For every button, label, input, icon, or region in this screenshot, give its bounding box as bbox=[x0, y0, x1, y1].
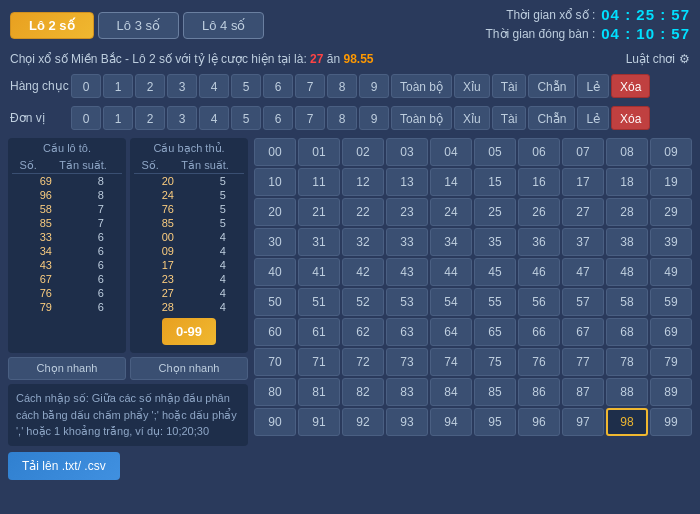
grid-cell[interactable]: 05 bbox=[474, 138, 516, 166]
grid-cell[interactable]: 45 bbox=[474, 258, 516, 286]
grid-cell[interactable]: 17 bbox=[562, 168, 604, 196]
grid-cell[interactable]: 89 bbox=[650, 378, 692, 406]
grid-cell[interactable]: 90 bbox=[254, 408, 296, 436]
hang-chuc-0[interactable]: 0 bbox=[71, 74, 101, 98]
don-vi-xiu[interactable]: Xỉu bbox=[454, 106, 490, 130]
hang-chuc-6[interactable]: 6 bbox=[263, 74, 293, 98]
grid-cell[interactable]: 40 bbox=[254, 258, 296, 286]
don-vi-le[interactable]: Lẻ bbox=[577, 106, 609, 130]
grid-cell[interactable]: 61 bbox=[298, 318, 340, 346]
grid-cell[interactable]: 66 bbox=[518, 318, 560, 346]
grid-cell[interactable]: 14 bbox=[430, 168, 472, 196]
grid-cell[interactable]: 97 bbox=[562, 408, 604, 436]
grid-cell[interactable]: 83 bbox=[386, 378, 428, 406]
grid-cell[interactable]: 54 bbox=[430, 288, 472, 316]
grid-cell[interactable]: 52 bbox=[342, 288, 384, 316]
don-vi-3[interactable]: 3 bbox=[167, 106, 197, 130]
don-vi-1[interactable]: 1 bbox=[103, 106, 133, 130]
grid-cell[interactable]: 70 bbox=[254, 348, 296, 376]
grid-cell[interactable]: 68 bbox=[606, 318, 648, 346]
grid-cell[interactable]: 44 bbox=[430, 258, 472, 286]
grid-cell[interactable]: 47 bbox=[562, 258, 604, 286]
grid-cell[interactable]: 74 bbox=[430, 348, 472, 376]
don-vi-xoa[interactable]: Xóa bbox=[611, 106, 650, 130]
grid-cell[interactable]: 31 bbox=[298, 228, 340, 256]
tab-lo3[interactable]: Lô 3 số bbox=[98, 12, 179, 39]
grid-cell[interactable]: 19 bbox=[650, 168, 692, 196]
grid-cell[interactable]: 22 bbox=[342, 198, 384, 226]
hang-chuc-le[interactable]: Lẻ bbox=[577, 74, 609, 98]
grid-cell[interactable]: 18 bbox=[606, 168, 648, 196]
grid-cell[interactable]: 67 bbox=[562, 318, 604, 346]
hang-chuc-9[interactable]: 9 bbox=[359, 74, 389, 98]
rules-btn[interactable]: Luật chơi ⚙ bbox=[626, 52, 690, 66]
don-vi-6[interactable]: 6 bbox=[263, 106, 293, 130]
hang-chuc-tai[interactable]: Tài bbox=[492, 74, 527, 98]
upload-btn[interactable]: Tải lên .txt/ .csv bbox=[8, 452, 120, 480]
grid-cell[interactable]: 03 bbox=[386, 138, 428, 166]
grid-cell[interactable]: 13 bbox=[386, 168, 428, 196]
grid-cell[interactable]: 41 bbox=[298, 258, 340, 286]
tab-lo2[interactable]: Lô 2 số bbox=[10, 12, 94, 39]
grid-cell[interactable]: 73 bbox=[386, 348, 428, 376]
hang-chuc-xiu[interactable]: Xỉu bbox=[454, 74, 490, 98]
hang-chuc-7[interactable]: 7 bbox=[295, 74, 325, 98]
grid-cell[interactable]: 00 bbox=[254, 138, 296, 166]
don-vi-chan[interactable]: Chẵn bbox=[528, 106, 575, 130]
grid-cell[interactable]: 43 bbox=[386, 258, 428, 286]
grid-cell[interactable]: 11 bbox=[298, 168, 340, 196]
grid-cell[interactable]: 95 bbox=[474, 408, 516, 436]
grid-cell[interactable]: 85 bbox=[474, 378, 516, 406]
grid-cell[interactable]: 69 bbox=[650, 318, 692, 346]
grid-cell[interactable]: 72 bbox=[342, 348, 384, 376]
grid-cell[interactable]: 62 bbox=[342, 318, 384, 346]
grid-cell[interactable]: 49 bbox=[650, 258, 692, 286]
grid-cell[interactable]: 84 bbox=[430, 378, 472, 406]
don-vi-7[interactable]: 7 bbox=[295, 106, 325, 130]
grid-cell[interactable]: 24 bbox=[430, 198, 472, 226]
grid-cell[interactable]: 04 bbox=[430, 138, 472, 166]
hang-chuc-2[interactable]: 2 bbox=[135, 74, 165, 98]
grid-cell[interactable]: 59 bbox=[650, 288, 692, 316]
grid-cell[interactable]: 26 bbox=[518, 198, 560, 226]
hang-chuc-5[interactable]: 5 bbox=[231, 74, 261, 98]
grid-cell[interactable]: 53 bbox=[386, 288, 428, 316]
hang-chuc-chan[interactable]: Chẵn bbox=[528, 74, 575, 98]
grid-cell[interactable]: 76 bbox=[518, 348, 560, 376]
grid-cell[interactable]: 88 bbox=[606, 378, 648, 406]
grid-cell[interactable]: 55 bbox=[474, 288, 516, 316]
don-vi-5[interactable]: 5 bbox=[231, 106, 261, 130]
grid-cell[interactable]: 38 bbox=[606, 228, 648, 256]
hang-chuc-xoa[interactable]: Xóa bbox=[611, 74, 650, 98]
grid-cell[interactable]: 15 bbox=[474, 168, 516, 196]
grid-cell[interactable]: 32 bbox=[342, 228, 384, 256]
grid-cell[interactable]: 42 bbox=[342, 258, 384, 286]
grid-cell[interactable]: 08 bbox=[606, 138, 648, 166]
don-vi-9[interactable]: 9 bbox=[359, 106, 389, 130]
grid-cell[interactable]: 16 bbox=[518, 168, 560, 196]
grid-cell[interactable]: 81 bbox=[298, 378, 340, 406]
grid-cell[interactable]: 46 bbox=[518, 258, 560, 286]
grid-cell[interactable]: 01 bbox=[298, 138, 340, 166]
grid-cell[interactable]: 37 bbox=[562, 228, 604, 256]
hang-chuc-8[interactable]: 8 bbox=[327, 74, 357, 98]
grid-cell[interactable]: 86 bbox=[518, 378, 560, 406]
grid-cell[interactable]: 99 bbox=[650, 408, 692, 436]
grid-cell[interactable]: 92 bbox=[342, 408, 384, 436]
grid-cell[interactable]: 63 bbox=[386, 318, 428, 346]
grid-cell[interactable]: 94 bbox=[430, 408, 472, 436]
grid-cell[interactable]: 96 bbox=[518, 408, 560, 436]
grid-cell[interactable]: 33 bbox=[386, 228, 428, 256]
grid-cell[interactable]: 75 bbox=[474, 348, 516, 376]
grid-cell[interactable]: 71 bbox=[298, 348, 340, 376]
grid-cell[interactable]: 06 bbox=[518, 138, 560, 166]
range-btn[interactable]: 0-99 bbox=[162, 318, 216, 345]
grid-cell[interactable]: 12 bbox=[342, 168, 384, 196]
grid-cell[interactable]: 58 bbox=[606, 288, 648, 316]
grid-cell[interactable]: 57 bbox=[562, 288, 604, 316]
don-vi-tai[interactable]: Tài bbox=[492, 106, 527, 130]
grid-cell[interactable]: 51 bbox=[298, 288, 340, 316]
grid-cell[interactable]: 82 bbox=[342, 378, 384, 406]
grid-cell[interactable]: 10 bbox=[254, 168, 296, 196]
grid-cell[interactable]: 27 bbox=[562, 198, 604, 226]
